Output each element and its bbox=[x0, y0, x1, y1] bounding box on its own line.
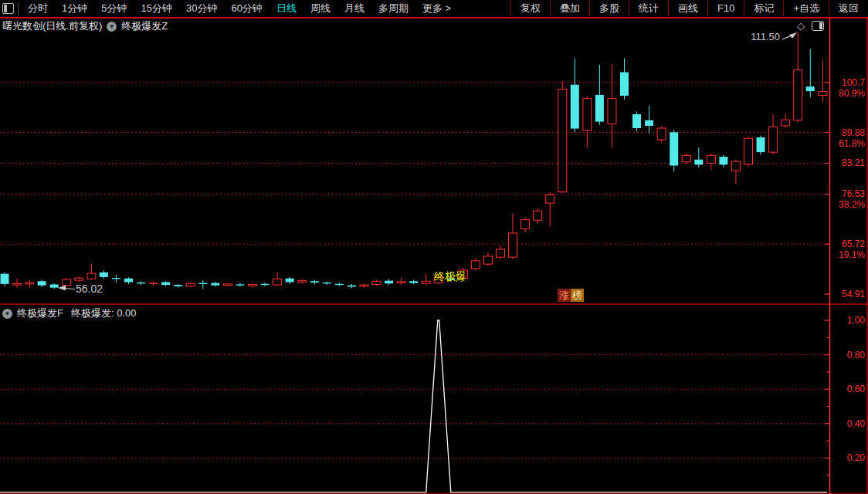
candle-body bbox=[249, 284, 257, 286]
candle-body bbox=[1, 274, 9, 284]
action-button[interactable]: F10 bbox=[707, 1, 744, 16]
high-price-annotation: 111.50 bbox=[740, 31, 780, 42]
action-button[interactable]: 多股 bbox=[589, 1, 629, 16]
candle-body bbox=[694, 160, 703, 165]
candle-body bbox=[657, 128, 666, 140]
candle-body bbox=[298, 281, 307, 283]
indicator-axis-label: 0.40 bbox=[847, 418, 865, 429]
candle-body bbox=[397, 282, 405, 283]
candle-body bbox=[546, 195, 554, 203]
candle-body bbox=[595, 95, 604, 122]
candle-body bbox=[385, 281, 393, 284]
low-price-annotation: 56.02 bbox=[76, 283, 103, 295]
candle-body bbox=[521, 220, 530, 229]
main-indicator-name[interactable]: 终极爆发Z bbox=[121, 19, 168, 33]
candle-body bbox=[360, 285, 368, 286]
candle-body bbox=[13, 283, 22, 285]
period-tab[interactable]: 30分钟 bbox=[179, 0, 224, 17]
candle-body bbox=[571, 85, 579, 129]
candle-body bbox=[632, 114, 641, 128]
candle-body bbox=[534, 211, 542, 220]
candle-body bbox=[286, 279, 294, 283]
candle-body bbox=[75, 278, 83, 280]
indicator-axis-label: 0.20 bbox=[847, 452, 865, 463]
candle-body bbox=[348, 286, 356, 287]
candle-body bbox=[186, 283, 195, 286]
candle-body bbox=[497, 249, 505, 257]
candle-body bbox=[731, 161, 740, 171]
action-button[interactable]: 统计 bbox=[629, 1, 668, 16]
price-axis-label: 83.21 bbox=[842, 157, 865, 168]
price-axis-label: 76.5338.2% bbox=[839, 188, 865, 210]
candle-body bbox=[794, 70, 802, 120]
candle-body bbox=[719, 157, 727, 164]
action-button[interactable]: 画线 bbox=[668, 1, 707, 16]
candle-body bbox=[211, 283, 219, 286]
period-tab[interactable]: 更多 > bbox=[415, 0, 458, 17]
low-annotation-arrow bbox=[65, 289, 75, 289]
candle-body bbox=[558, 90, 567, 192]
price-axis-label: 65.7219.1% bbox=[839, 239, 865, 260]
period-tab[interactable]: 分时 bbox=[21, 0, 55, 17]
price-axis-label: 89.8861.8% bbox=[839, 127, 865, 149]
chevron-down-circle-icon[interactable]: ▾ bbox=[107, 22, 117, 32]
candle-body bbox=[372, 281, 381, 284]
period-tab[interactable]: 多周期 bbox=[371, 0, 415, 17]
candle-body bbox=[50, 284, 59, 287]
candle-body bbox=[645, 120, 653, 126]
candle-body bbox=[161, 282, 170, 285]
action-button[interactable]: 复权 bbox=[510, 1, 550, 16]
candle-body bbox=[819, 92, 827, 96]
candle-body bbox=[483, 256, 492, 264]
low-annotation-arrowhead bbox=[58, 286, 66, 291]
sub-chart-header: ▾ 终极爆发F 终极爆发: 0.00 bbox=[2, 306, 137, 320]
candle-body bbox=[583, 99, 592, 130]
header-icon-group: ◇ bbox=[797, 20, 824, 32]
indicator-readout: 终极爆发: 0.00 bbox=[71, 306, 137, 320]
period-tab[interactable]: 月线 bbox=[337, 0, 371, 17]
candle-body bbox=[782, 120, 790, 126]
candle-body bbox=[38, 281, 46, 285]
candle-body bbox=[744, 138, 753, 164]
candle-body bbox=[310, 281, 319, 283]
period-tab[interactable]: 日线 bbox=[270, 0, 303, 17]
indicator-readout-value: 0.00 bbox=[117, 307, 136, 319]
indicator-axis-label: 0.60 bbox=[847, 384, 865, 394]
period-tabs: 分时1分钟5分钟15分钟30分钟60分钟日线周线月线多周期更多 > bbox=[21, 0, 458, 17]
price-axis-label: 54.91 bbox=[842, 289, 865, 299]
layout-split-icon[interactable] bbox=[2, 3, 14, 14]
period-tab[interactable]: 15分钟 bbox=[134, 0, 178, 17]
candle-body bbox=[124, 279, 133, 283]
candle-body bbox=[223, 284, 232, 286]
candle-body bbox=[471, 261, 480, 269]
period-tab[interactable]: 60分钟 bbox=[224, 0, 269, 17]
candle-body bbox=[806, 86, 815, 91]
diamond-icon[interactable]: ◇ bbox=[797, 20, 805, 32]
period-tab[interactable]: 5分钟 bbox=[94, 0, 134, 17]
period-tab[interactable]: 周线 bbox=[303, 0, 337, 17]
candle-body bbox=[25, 283, 34, 284]
split-view-icon[interactable] bbox=[812, 21, 824, 31]
candle-body bbox=[63, 279, 71, 286]
indicator-axis-label: 0.80 bbox=[847, 350, 865, 360]
action-button[interactable]: 标记 bbox=[744, 1, 783, 16]
candle-body bbox=[409, 281, 418, 283]
sub-indicator-name[interactable]: 终极爆发F bbox=[17, 306, 63, 320]
rank-badge[interactable]: 涨榜 bbox=[558, 289, 584, 302]
candle-body bbox=[608, 99, 616, 124]
chart-canvas[interactable] bbox=[0, 0, 868, 494]
action-button[interactable]: +自选 bbox=[783, 1, 829, 16]
price-axis-label: 100.780.9% bbox=[839, 77, 865, 99]
candle-body bbox=[509, 233, 517, 257]
chevron-down-circle-icon[interactable]: ▾ bbox=[2, 309, 12, 319]
period-tab[interactable]: 1分钟 bbox=[55, 0, 94, 17]
toolbar-divider bbox=[18, 2, 19, 15]
candle-body bbox=[174, 285, 182, 286]
rank-badge-char: 榜 bbox=[571, 289, 584, 302]
action-button[interactable]: 返回 bbox=[829, 1, 868, 16]
candle-body bbox=[620, 73, 629, 96]
candle-body bbox=[769, 127, 778, 152]
stock-title: 曙光数创(日线.前复权) bbox=[2, 19, 102, 33]
action-button[interactable]: 叠加 bbox=[550, 1, 589, 16]
indicator-axis-label: 1.00 bbox=[847, 315, 865, 326]
